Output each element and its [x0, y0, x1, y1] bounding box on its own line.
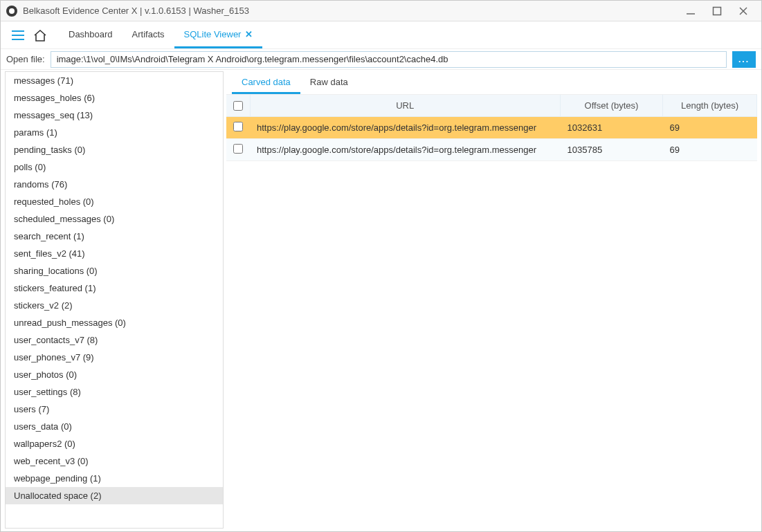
cell-length: 69	[663, 117, 757, 139]
row-checkbox[interactable]	[233, 122, 243, 131]
cell-offset: 1032631	[561, 117, 663, 139]
tables-sidebar[interactable]: messages (71)messages_holes (6)messages_…	[5, 71, 224, 529]
nav-bar: DashboardArtifactsSQLite Viewer✕	[1, 21, 761, 49]
sidebar-item[interactable]: stickers_v2 (2)	[6, 297, 223, 314]
content-pane: Carved dataRaw data URL Offset (bytes) L…	[226, 71, 757, 529]
sidebar-item[interactable]: users (7)	[6, 401, 223, 418]
header-length[interactable]: Length (bytes)	[663, 95, 757, 117]
open-file-label: Open file:	[6, 54, 45, 64]
window-title: Belkasoft Evidence Center X | v.1.0.6153…	[23, 6, 684, 16]
header-offset-label: Offset (bytes)	[585, 100, 639, 111]
sidebar-item[interactable]: requested_holes (0)	[6, 193, 223, 210]
sidebar-item[interactable]: pending_tasks (0)	[6, 141, 223, 158]
header-checkbox-cell[interactable]	[226, 95, 250, 117]
sidebar-item[interactable]: Unallocated space (2)	[6, 487, 223, 504]
maximize-button[interactable]	[710, 4, 724, 18]
minimize-button[interactable]	[684, 4, 698, 18]
cell-offset: 1035785	[561, 139, 663, 161]
nav-tabs: DashboardArtifactsSQLite Viewer✕	[59, 21, 262, 48]
sub-tab-raw-data[interactable]: Raw data	[300, 71, 358, 94]
sidebar-item[interactable]: stickers_featured (1)	[6, 279, 223, 297]
sidebar-item[interactable]: user_phones_v7 (9)	[6, 349, 223, 366]
sidebar-item[interactable]: user_settings (8)	[6, 383, 223, 401]
close-button[interactable]	[736, 4, 750, 18]
sidebar-item[interactable]: web_recent_v3 (0)	[6, 452, 223, 470]
sidebar-item[interactable]: user_contacts_v7 (8)	[6, 331, 223, 349]
header-url[interactable]: URL	[250, 95, 561, 117]
header-offset[interactable]: Offset (bytes)	[561, 95, 663, 117]
data-grid[interactable]: URL Offset (bytes) Length (bytes) https:…	[226, 95, 757, 529]
open-file-browse-button[interactable]: ...	[732, 51, 756, 68]
cell-url: https://play.google.com/store/apps/detai…	[250, 139, 561, 161]
table-row[interactable]: https://play.google.com/store/apps/detai…	[226, 139, 757, 161]
sidebar-item[interactable]: webpage_pending (1)	[6, 470, 223, 487]
sidebar-item[interactable]: messages_holes (6)	[6, 89, 223, 107]
svg-rect-1	[714, 7, 721, 15]
header-length-label: Length (bytes)	[681, 100, 738, 111]
sub-tabs: Carved dataRaw data	[226, 71, 757, 95]
app-logo-icon	[6, 6, 17, 17]
hamburger-menu-icon[interactable]	[8, 21, 28, 48]
sub-tab-carved-data[interactable]: Carved data	[232, 71, 300, 94]
home-button[interactable]	[28, 21, 52, 48]
sidebar-item[interactable]: wallpapers2 (0)	[6, 435, 223, 452]
sidebar-item[interactable]: scheduled_messages (0)	[6, 210, 223, 228]
main-area: messages (71)messages_holes (6)messages_…	[1, 70, 761, 531]
sidebar-item[interactable]: user_photos (0)	[6, 366, 223, 383]
nav-tab-label: SQLite Viewer	[184, 29, 242, 39]
nav-tab-label: Dashboard	[69, 29, 113, 39]
sidebar-item[interactable]: users_data (0)	[6, 418, 223, 435]
open-file-bar: Open file: ...	[1, 49, 761, 70]
app-window: Belkasoft Evidence Center X | v.1.0.6153…	[0, 0, 762, 532]
sidebar-item[interactable]: randoms (76)	[6, 176, 223, 193]
cell-length: 69	[663, 139, 757, 161]
nav-tab-sqlite-viewer[interactable]: SQLite Viewer✕	[174, 21, 263, 48]
nav-tab-label: Artifacts	[132, 29, 165, 39]
table-row[interactable]: https://play.google.com/store/apps/detai…	[226, 117, 757, 139]
table-header-row: URL Offset (bytes) Length (bytes)	[226, 95, 757, 117]
sidebar-item[interactable]: messages (71)	[6, 72, 223, 89]
cell-url: https://play.google.com/store/apps/detai…	[250, 117, 561, 139]
sidebar-item[interactable]: unread_push_messages (0)	[6, 314, 223, 331]
sidebar-item[interactable]: params (1)	[6, 124, 223, 141]
sidebar-item[interactable]: sharing_locations (0)	[6, 262, 223, 279]
select-all-checkbox[interactable]	[233, 101, 243, 111]
window-controls	[684, 4, 756, 18]
open-file-input[interactable]	[51, 51, 727, 68]
title-bar: Belkasoft Evidence Center X | v.1.0.6153…	[1, 1, 761, 21]
header-url-label: URL	[396, 100, 414, 111]
sidebar-item[interactable]: messages_seq (13)	[6, 107, 223, 124]
row-checkbox[interactable]	[233, 144, 243, 154]
close-tab-icon[interactable]: ✕	[245, 29, 253, 39]
nav-tab-artifacts[interactable]: Artifacts	[123, 21, 174, 48]
sidebar-item[interactable]: polls (0)	[6, 158, 223, 176]
nav-tab-dashboard[interactable]: Dashboard	[59, 21, 123, 48]
sidebar-item[interactable]: sent_files_v2 (41)	[6, 245, 223, 262]
sidebar-item[interactable]: search_recent (1)	[6, 228, 223, 245]
